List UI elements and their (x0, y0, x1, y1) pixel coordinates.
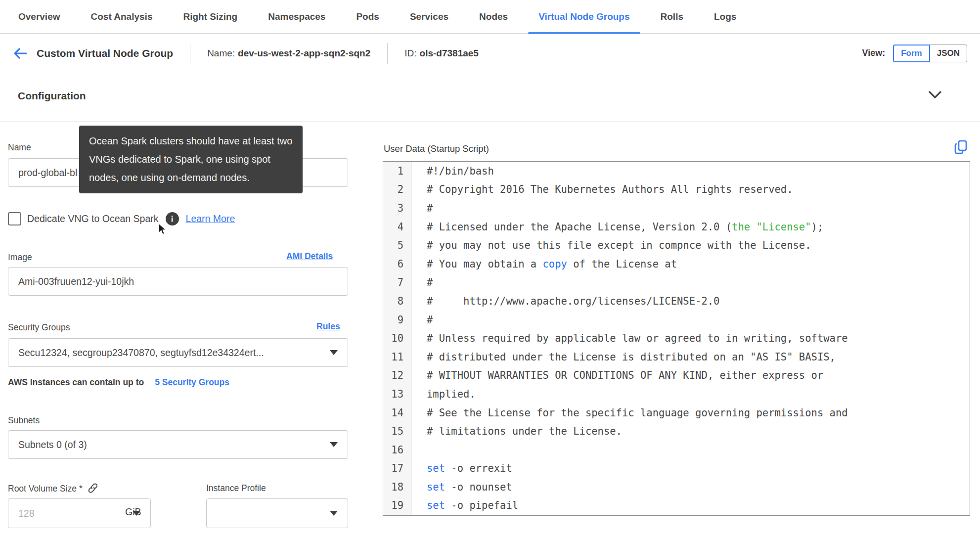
tab-right-sizing[interactable]: Right Sizing (168, 0, 253, 33)
tab-services[interactable]: Services (395, 0, 464, 33)
user-data-title: User Data (Startup Script) (384, 143, 489, 154)
mouse-cursor-icon (158, 223, 170, 238)
name-input-value: prod-global-bl (18, 167, 77, 179)
name-label: Name (8, 142, 31, 153)
line-content: # you may not use this file except in co… (412, 239, 811, 251)
caret-down-icon (330, 350, 338, 355)
line-number: 12 (383, 366, 412, 385)
code-line: 15# limitations under the License. (383, 422, 970, 441)
tab-pods[interactable]: Pods (341, 0, 394, 33)
line-content: # limitations under the License. (412, 425, 622, 437)
line-content: set -o pipefail (412, 499, 518, 511)
page-title: Custom Virtual Node Group (37, 47, 173, 59)
code-line: 9# (383, 311, 970, 329)
code-line: 7# (383, 273, 970, 292)
code-line: 1#!/bin/bash (383, 162, 970, 180)
line-number: 6 (383, 255, 412, 273)
ami-details-link[interactable]: AMI Details (286, 251, 333, 262)
line-number: 5 (383, 236, 412, 255)
ocean-spark-tooltip: Ocean Spark clusters should have at leas… (79, 126, 303, 193)
security-groups-value: Secu12324, secgroup23470870, segtuyfsd12… (18, 347, 264, 359)
line-number: 8 (383, 292, 412, 311)
line-number: 3 (383, 199, 412, 218)
tab-logs[interactable]: Logs (699, 0, 752, 33)
tab-namespaces[interactable]: Namespaces (253, 0, 341, 33)
chevron-down-icon[interactable] (929, 91, 941, 101)
line-content: # http://www.apache.org/licenses/LICENSE… (412, 295, 719, 307)
code-line: 11# distributed under the License is dis… (383, 348, 970, 366)
rules-link[interactable]: Rules (316, 321, 340, 332)
dedicate-checkbox[interactable] (8, 212, 21, 225)
line-number: 16 (383, 441, 412, 459)
back-arrow-icon[interactable] (13, 46, 30, 61)
image-input[interactable]: Ami-003fruuen12-yui-10jkh (8, 267, 348, 296)
line-content: # (412, 314, 433, 326)
view-segmented-control: Form JSON (893, 45, 967, 62)
line-content: #!/bin/bash (412, 165, 494, 177)
tooltip-text: Ocean Spark clusters should have at leas… (89, 135, 292, 183)
dedicate-checkbox-label: Dedicate VNG to Ocean Spark (27, 213, 159, 225)
link-icon (88, 483, 98, 495)
code-line: 4# Licensed under the Apache License, Ve… (383, 218, 970, 236)
code-line: 14# See the License for the specific lan… (383, 404, 970, 422)
caret-down-icon (330, 511, 338, 516)
subnets-select[interactable]: Subnets 0 (of 3) (8, 430, 348, 459)
line-number: 1 (383, 162, 412, 180)
vng-name: Name:dev-us-west-2-app-sqn2-sqn2 (207, 48, 370, 59)
line-number: 7 (383, 273, 412, 292)
line-number: 19 (383, 496, 412, 515)
image-label: Image (8, 252, 32, 263)
tab-nodes[interactable]: Nodes (464, 0, 523, 33)
code-line: 5# you may not use this file except in c… (383, 236, 970, 255)
code-line: 2# Copyright 2016 The Kubernetes Authors… (383, 180, 970, 199)
page-header: Custom Virtual Node Group Name:dev-us-we… (0, 35, 980, 72)
five-security-groups-link[interactable]: 5 Security Groups (155, 377, 229, 388)
user-data-code-editor[interactable]: 1#!/bin/bash2# Copyright 2016 The Kubern… (383, 161, 970, 516)
code-line: 10# Unless required by applicable law or… (383, 329, 970, 348)
code-lines: 1#!/bin/bash2# Copyright 2016 The Kubern… (383, 162, 970, 515)
dedicate-vng-row: Dedicate VNG to Ocean Spark i Learn More (8, 212, 235, 225)
caret-down-icon (330, 442, 338, 447)
vng-name-value: dev-us-west-2-app-sqn2-sqn2 (238, 48, 370, 58)
vng-id-value: ols-d7381ae5 (420, 48, 479, 58)
tab-overview[interactable]: Overview (3, 0, 76, 33)
code-line: 3# (383, 199, 970, 218)
code-line: 19set -o pipefail (383, 496, 970, 515)
vng-name-label: Name: (207, 48, 235, 58)
form-view-button[interactable]: Form (893, 45, 930, 62)
line-content: # Licensed under the Apache License, Ver… (412, 221, 823, 233)
tab-cost-analysis[interactable]: Cost Analysis (76, 0, 168, 33)
tab-rolls[interactable]: Rolls (645, 0, 699, 33)
vng-id-label: ID: (404, 48, 416, 58)
line-number: 18 (383, 478, 412, 496)
code-line: 18set -o nounset (383, 478, 970, 496)
learn-more-link[interactable]: Learn More (186, 213, 235, 225)
security-groups-select[interactable]: Secu12324, secgroup23470870, segtuyfsd12… (8, 338, 348, 367)
divider (190, 43, 190, 64)
root-volume-size-label-text: Root Volume Size * (8, 484, 83, 494)
line-content: # See the License for the specific langu… (412, 407, 848, 419)
gib-unit-label: GiB (125, 506, 141, 518)
code-line: 12# WITHOUT WARRANTIES OR CONDITIONS OF … (383, 366, 970, 385)
copy-icon[interactable] (954, 140, 968, 157)
json-view-button[interactable]: JSON (930, 45, 967, 62)
security-groups-label: Security Groups (8, 322, 70, 333)
line-number: 2 (383, 180, 412, 199)
view-label: View: (862, 48, 886, 58)
line-content: set -o nounset (412, 481, 512, 493)
security-groups-hint-text: AWS instances can contain up to (8, 377, 144, 388)
virtual-node-group-page: Overview Cost Analysis Right Sizing Name… (0, 0, 980, 539)
security-groups-hint: AWS instances can contain up to 5 Securi… (8, 377, 229, 388)
tab-virtual-node-groups[interactable]: Virtual Node Groups (523, 0, 645, 33)
line-content: # WITHOUT WARRANTIES OR CONDITIONS OF AN… (412, 369, 823, 381)
instance-profile-select[interactable] (206, 498, 348, 528)
line-content: # Copyright 2016 The Kubernetes Authors … (412, 183, 793, 195)
subnets-value: Subnets 0 (of 3) (18, 439, 87, 450)
line-content: implied. (412, 388, 476, 400)
line-number: 14 (383, 404, 412, 422)
image-input-value: Ami-003fruuen12-yui-10jkh (18, 276, 134, 287)
code-line: 13implied. (383, 385, 970, 404)
line-number: 4 (383, 218, 412, 236)
code-line: 17set -o errexit (383, 459, 970, 478)
line-content: # (412, 276, 433, 288)
